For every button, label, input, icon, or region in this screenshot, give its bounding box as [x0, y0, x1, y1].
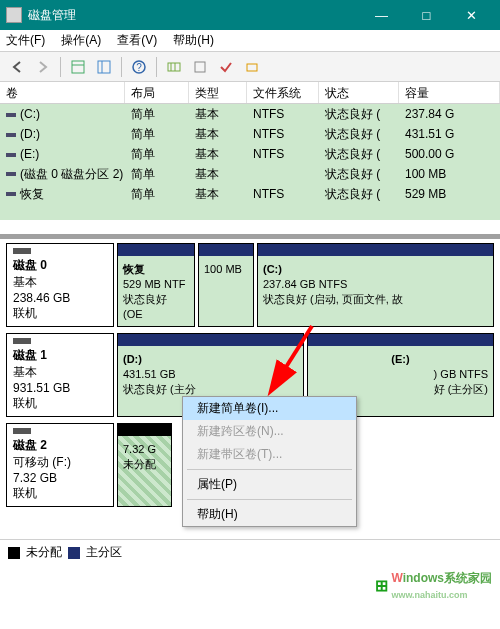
legend-primary-label: 主分区	[86, 544, 122, 561]
col-layout[interactable]: 布局	[125, 82, 189, 103]
menu-help[interactable]: 帮助(H)	[183, 503, 356, 526]
menu-view[interactable]: 查看(V)	[117, 32, 157, 49]
table-row[interactable]: (E:) 简单 基本 NTFS 状态良好 ( 500.00 G	[0, 144, 500, 164]
disk-info[interactable]: 磁盘 1 基本 931.51 GB 联机	[6, 333, 114, 417]
col-volume[interactable]: 卷	[0, 82, 125, 103]
disk-icon	[13, 248, 31, 254]
volume-icon	[6, 153, 16, 157]
col-fs[interactable]: 文件系统	[247, 82, 319, 103]
disk-icon	[13, 428, 31, 434]
legend-unalloc-label: 未分配	[26, 544, 62, 561]
svg-rect-9	[195, 62, 205, 72]
menu-help[interactable]: 帮助(H)	[173, 32, 214, 49]
volume-icon	[6, 133, 16, 137]
table-row[interactable]: 恢复 简单 基本 NTFS 状态良好 ( 529 MB	[0, 184, 500, 204]
partition[interactable]: (C:) 237.84 GB NTFS 状态良好 (启动, 页面文件, 故	[257, 243, 494, 327]
close-button[interactable]: ✕	[449, 0, 494, 30]
partition[interactable]: 恢复 529 MB NTF 状态良好 (OE	[117, 243, 195, 327]
menubar: 文件(F) 操作(A) 查看(V) 帮助(H)	[0, 30, 500, 52]
menu-new-stripe-volume: 新建带区卷(T)...	[183, 443, 356, 466]
partition[interactable]: 100 MB	[198, 243, 254, 327]
help-icon[interactable]: ?	[128, 56, 150, 78]
disk-icon	[13, 338, 31, 344]
watermark-url: www.nahaitu.com	[391, 590, 467, 600]
col-status[interactable]: 状态	[319, 82, 399, 103]
titlebar: 磁盘管理 — □ ✕	[0, 0, 500, 30]
volume-list-header: 卷 布局 类型 文件系统 状态 容量	[0, 82, 500, 104]
table-row[interactable]: (磁盘 0 磁盘分区 2) 简单 基本 状态良好 ( 100 MB	[0, 164, 500, 184]
tool4-icon[interactable]	[241, 56, 263, 78]
tool1-icon[interactable]	[163, 56, 185, 78]
vol-name: (C:)	[20, 107, 40, 121]
check-icon[interactable]	[215, 56, 237, 78]
view2-icon[interactable]	[93, 56, 115, 78]
volume-list: (C:) 简单 基本 NTFS 状态良好 ( 237.84 G (D:) 简单 …	[0, 104, 500, 220]
svg-rect-0	[72, 61, 84, 73]
menu-properties[interactable]: 属性(P)	[183, 473, 356, 496]
watermark: ⊞ Windows系统家园 www.nahaitu.com	[375, 570, 492, 601]
view1-icon[interactable]	[67, 56, 89, 78]
toolbar: ?	[0, 52, 500, 82]
legend: 未分配 主分区	[0, 539, 500, 565]
svg-text:?: ?	[136, 62, 142, 73]
menu-new-simple-volume[interactable]: 新建简单卷(I)...	[183, 397, 356, 420]
disk-row: 磁盘 0 基本 238.46 GB 联机 恢复 529 MB NTF 状态良好 …	[6, 243, 494, 327]
legend-primary-swatch	[68, 547, 80, 559]
watermark-logo-icon: ⊞	[375, 576, 388, 595]
menu-new-span-volume: 新建跨区卷(N)...	[183, 420, 356, 443]
partition-unallocated[interactable]: 7.32 G 未分配	[117, 423, 172, 507]
svg-rect-10	[247, 64, 257, 71]
svg-rect-6	[168, 63, 180, 71]
forward-icon[interactable]	[32, 56, 54, 78]
menu-file[interactable]: 文件(F)	[6, 32, 45, 49]
legend-unalloc-swatch	[8, 547, 20, 559]
table-row[interactable]: (D:) 简单 基本 NTFS 状态良好 ( 431.51 G	[0, 124, 500, 144]
menu-separator	[187, 469, 352, 470]
menu-action[interactable]: 操作(A)	[61, 32, 101, 49]
disk-info[interactable]: 磁盘 2 可移动 (F:) 7.32 GB 联机	[6, 423, 114, 507]
volume-icon	[6, 113, 16, 117]
disk-info[interactable]: 磁盘 0 基本 238.46 GB 联机	[6, 243, 114, 327]
watermark-text: indows系统家园	[403, 571, 492, 585]
col-type[interactable]: 类型	[189, 82, 247, 103]
context-menu: 新建简单卷(I)... 新建跨区卷(N)... 新建带区卷(T)... 属性(P…	[182, 396, 357, 527]
col-capacity[interactable]: 容量	[399, 82, 500, 103]
table-row[interactable]: (C:) 简单 基本 NTFS 状态良好 ( 237.84 G	[0, 104, 500, 124]
app-icon	[6, 7, 22, 23]
minimize-button[interactable]: —	[359, 0, 404, 30]
window-title: 磁盘管理	[28, 7, 359, 24]
maximize-button[interactable]: □	[404, 0, 449, 30]
svg-rect-2	[98, 61, 110, 73]
volume-icon	[6, 172, 16, 176]
tool2-icon[interactable]	[189, 56, 211, 78]
volume-icon	[6, 192, 16, 196]
back-icon[interactable]	[6, 56, 28, 78]
splitter-gap	[0, 220, 500, 234]
menu-separator	[187, 499, 352, 500]
